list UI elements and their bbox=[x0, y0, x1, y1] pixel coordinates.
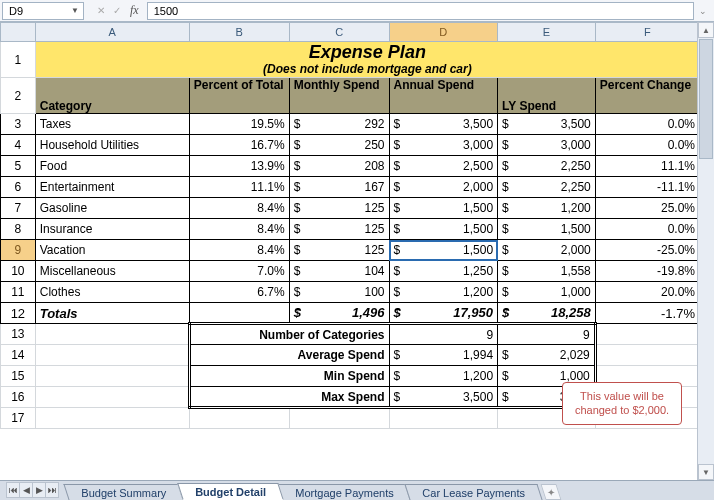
cell-category[interactable]: Miscellaneous bbox=[35, 261, 189, 282]
col-header-B[interactable]: B bbox=[189, 23, 289, 42]
tab-nav-first-icon[interactable]: ⏮ bbox=[6, 482, 20, 498]
cell-category[interactable]: Vacation bbox=[35, 240, 189, 261]
cell-pct[interactable]: 19.5% bbox=[189, 114, 289, 135]
cell-A15[interactable] bbox=[35, 366, 189, 387]
min-label[interactable]: Min Spend bbox=[189, 366, 389, 387]
min-d[interactable]: $1,200 bbox=[389, 366, 498, 387]
cell-annual[interactable]: $1,500 bbox=[389, 219, 498, 240]
totals-ly[interactable]: $18,258 bbox=[498, 303, 596, 324]
cell-change[interactable]: 0.0% bbox=[595, 135, 699, 156]
cell-annual[interactable]: $3,000 bbox=[389, 135, 498, 156]
row-header-2[interactable]: 2 bbox=[1, 78, 36, 114]
hdr-category[interactable]: Category bbox=[35, 78, 189, 114]
cell-monthly[interactable]: $292 bbox=[289, 114, 389, 135]
hdr-ly[interactable]: LY Spend bbox=[498, 78, 596, 114]
row-header-12[interactable]: 12 bbox=[1, 303, 36, 324]
row-header-16[interactable]: 16 bbox=[1, 387, 36, 408]
cell-B17[interactable] bbox=[189, 408, 289, 429]
cell-F14[interactable] bbox=[595, 345, 699, 366]
cell-ly[interactable]: $3,000 bbox=[498, 135, 596, 156]
sheet-tab[interactable]: Mortgage Payments bbox=[277, 484, 411, 500]
cell-pct[interactable]: 8.4% bbox=[189, 219, 289, 240]
col-header-F[interactable]: F bbox=[595, 23, 699, 42]
cell-monthly[interactable]: $125 bbox=[289, 240, 389, 261]
cell-annual[interactable]: $1,250 bbox=[389, 261, 498, 282]
name-box-dropdown-icon[interactable]: ▼ bbox=[68, 4, 82, 18]
cell-change[interactable]: 0.0% bbox=[595, 219, 699, 240]
hdr-pct[interactable]: Percent of Total bbox=[189, 78, 289, 114]
cell-annual[interactable]: $1,500 bbox=[389, 198, 498, 219]
cell-pct[interactable]: 6.7% bbox=[189, 282, 289, 303]
row-header-9[interactable]: 9 bbox=[1, 240, 36, 261]
row-header-5[interactable]: 5 bbox=[1, 156, 36, 177]
cell-pct[interactable]: 7.0% bbox=[189, 261, 289, 282]
cell-monthly[interactable]: $167 bbox=[289, 177, 389, 198]
cell-ly[interactable]: $3,500 bbox=[498, 114, 596, 135]
avg-d[interactable]: $1,994 bbox=[389, 345, 498, 366]
cell-annual[interactable]: $2,000 bbox=[389, 177, 498, 198]
col-header-E[interactable]: E bbox=[498, 23, 596, 42]
vertical-scrollbar[interactable]: ▲ ▼ bbox=[697, 22, 714, 480]
cell-ly[interactable]: $1,200 bbox=[498, 198, 596, 219]
cell-C17[interactable] bbox=[289, 408, 389, 429]
fx-label[interactable]: fx bbox=[126, 3, 143, 18]
row-header-15[interactable]: 15 bbox=[1, 366, 36, 387]
cell-annual[interactable]: $2,500 bbox=[389, 156, 498, 177]
avg-label[interactable]: Average Spend bbox=[189, 345, 389, 366]
sheet-tab[interactable]: Car Lease Payments bbox=[405, 484, 543, 500]
cell-ly[interactable]: $2,250 bbox=[498, 156, 596, 177]
avg-e[interactable]: $2,029 bbox=[498, 345, 596, 366]
tab-nav-prev-icon[interactable]: ◀ bbox=[19, 482, 33, 498]
cell-monthly[interactable]: $104 bbox=[289, 261, 389, 282]
row-header-8[interactable]: 8 bbox=[1, 219, 36, 240]
row-header-6[interactable]: 6 bbox=[1, 177, 36, 198]
cell-change[interactable]: -19.8% bbox=[595, 261, 699, 282]
cell-A14[interactable] bbox=[35, 345, 189, 366]
worksheet-grid[interactable]: A B C D E F 1 Expense Plan (Does not inc… bbox=[0, 22, 714, 482]
cell-monthly[interactable]: $250 bbox=[289, 135, 389, 156]
cell-ly[interactable]: $2,250 bbox=[498, 177, 596, 198]
cell-change[interactable]: 11.1% bbox=[595, 156, 699, 177]
col-header-D[interactable]: D bbox=[389, 23, 498, 42]
cell-change[interactable]: -11.1% bbox=[595, 177, 699, 198]
cell-category[interactable]: Clothes bbox=[35, 282, 189, 303]
cell-change[interactable]: 0.0% bbox=[595, 114, 699, 135]
numcat-e[interactable]: 9 bbox=[498, 324, 596, 345]
scroll-thumb[interactable] bbox=[699, 39, 713, 159]
col-header-A[interactable]: A bbox=[35, 23, 189, 42]
cell-category[interactable]: Food bbox=[35, 156, 189, 177]
scroll-down-icon[interactable]: ▼ bbox=[698, 464, 714, 480]
hdr-annual[interactable]: Annual Spend bbox=[389, 78, 498, 114]
cell-pct[interactable]: 16.7% bbox=[189, 135, 289, 156]
cell-change[interactable]: -25.0% bbox=[595, 240, 699, 261]
row-header-1[interactable]: 1 bbox=[1, 42, 36, 78]
cell-change[interactable]: 25.0% bbox=[595, 198, 699, 219]
cell-monthly[interactable]: $125 bbox=[289, 219, 389, 240]
totals-pct[interactable] bbox=[189, 303, 289, 324]
insert-sheet-icon[interactable]: ✦ bbox=[540, 484, 561, 500]
cell-monthly[interactable]: $125 bbox=[289, 198, 389, 219]
scroll-track[interactable] bbox=[698, 39, 714, 463]
cell-monthly[interactable]: $100 bbox=[289, 282, 389, 303]
select-all-corner[interactable] bbox=[1, 23, 36, 42]
cell-category[interactable]: Entertainment bbox=[35, 177, 189, 198]
cell-category[interactable]: Insurance bbox=[35, 219, 189, 240]
cell-D17[interactable] bbox=[389, 408, 498, 429]
cell-F13[interactable] bbox=[595, 324, 699, 345]
max-d[interactable]: $3,500 bbox=[389, 387, 498, 408]
totals-mon[interactable]: $1,496 bbox=[289, 303, 389, 324]
cell-pct[interactable]: 11.1% bbox=[189, 177, 289, 198]
col-header-C[interactable]: C bbox=[289, 23, 389, 42]
row-header-17[interactable]: 17 bbox=[1, 408, 36, 429]
cell-A13[interactable] bbox=[35, 324, 189, 345]
cell-annual[interactable]: $3,500 bbox=[389, 114, 498, 135]
cell-annual[interactable]: $1,500 bbox=[389, 240, 498, 261]
hdr-monthly[interactable]: Monthly Spend bbox=[289, 78, 389, 114]
formula-bar-expand-icon[interactable]: ⌄ bbox=[694, 6, 712, 16]
cell-category[interactable]: Gasoline bbox=[35, 198, 189, 219]
row-header-10[interactable]: 10 bbox=[1, 261, 36, 282]
sheet-tab[interactable]: Budget Summary bbox=[63, 484, 183, 500]
tab-nav-last-icon[interactable]: ⏭ bbox=[45, 482, 59, 498]
row-header-14[interactable]: 14 bbox=[1, 345, 36, 366]
row-header-4[interactable]: 4 bbox=[1, 135, 36, 156]
